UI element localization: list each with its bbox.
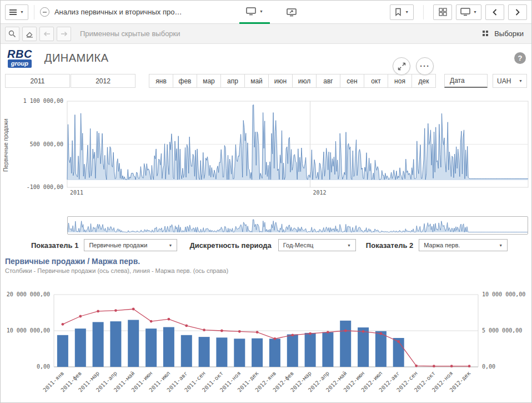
monitor-icon [460, 8, 470, 16]
chevron-down-icon: ▼ [259, 9, 263, 13]
step-back-icon [43, 31, 51, 37]
month-filter[interactable]: дек [411, 74, 436, 88]
navigator-plot[interactable] [68, 217, 528, 234]
indicator2-select[interactable]: Маржа перв. ▼ [419, 239, 508, 251]
svg-text:500 000,00: 500 000,00 [30, 141, 63, 147]
page-title: ДИНАМИКА [44, 52, 109, 64]
divider [423, 5, 424, 19]
search-icon [8, 30, 16, 38]
monitor-icon [246, 7, 256, 16]
chart-hover-buttons: ··· [393, 57, 434, 75]
selection-tools [5, 27, 71, 41]
month-filter[interactable]: июн [268, 74, 293, 88]
combo-chart-subtitle: Столбики - Первичные продажи (ось слева)… [5, 267, 527, 274]
month-filter[interactable]: июл [292, 74, 317, 88]
ellipsis-icon: ··· [420, 63, 430, 69]
period-select[interactable]: Год-Месяц ▼ [278, 239, 356, 251]
chevron-down-icon: ▼ [20, 10, 24, 14]
sheet-navigation: ▼ [239, 1, 304, 24]
timeline-plot[interactable]: 1 100 000,00500 000,00-100 000,002011201… [1, 93, 531, 212]
svg-text:0,00: 0,00 [482, 364, 495, 370]
help-button[interactable]: ? [514, 52, 526, 64]
svg-text:-100 000,00: -100 000,00 [27, 184, 63, 190]
step-back-button[interactable] [39, 27, 54, 41]
selections-tool-button[interactable]: Выборки [482, 29, 524, 38]
year-filter[interactable]: 2011 [5, 74, 70, 88]
month-filter[interactable]: мар [197, 74, 221, 88]
chevron-left-icon [492, 8, 498, 16]
presentation-button[interactable] [279, 1, 304, 24]
month-filters: янвфевмарапрмайиюниюлавгсеноктноядек [149, 74, 436, 88]
svg-text:5 000 000,00: 5 000 000,00 [482, 327, 522, 334]
sheets-grid-icon [439, 8, 447, 16]
indicator1-value: Первичные продажи [89, 242, 147, 248]
selections-bar: Применены скрытые выборки Выборки [1, 24, 531, 44]
combo-chart-panel: Первичные продажи / Маржа перв. Столбики… [5, 257, 527, 401]
month-filter[interactable]: окт [364, 74, 388, 88]
selections-message: Применены скрытые выборки [80, 29, 482, 38]
more-options-button[interactable]: ··· [416, 57, 434, 75]
app-info-icon[interactable] [40, 7, 49, 17]
combo-chart-title: Первичные продажи / Маржа перв. [5, 257, 527, 266]
current-sheet-button[interactable]: ▼ [239, 1, 270, 24]
rbc-group-logo: RBC group [7, 49, 32, 68]
view-mode-button[interactable]: ▼ [456, 4, 481, 20]
month-filter[interactable]: авг [316, 74, 340, 88]
selections-grid-icon [482, 30, 490, 38]
svg-text:10 000 000,00: 10 000 000,00 [7, 327, 50, 334]
svg-text:0,00: 0,00 [37, 364, 50, 370]
filter-row: 20112012 янвфевмарапрмайиюниюлавгсеноктн… [1, 73, 531, 88]
month-filter[interactable]: янв [149, 74, 173, 88]
hamburger-icon [9, 9, 17, 15]
chevron-down-icon: ▼ [347, 243, 351, 247]
period-value: Год-Месяц [283, 242, 313, 248]
logo-text: RBC [7, 49, 32, 59]
presentation-icon [287, 8, 297, 17]
currency-value: UAH [497, 77, 511, 85]
svg-text:20 000 000,00: 20 000 000,00 [7, 291, 50, 297]
date-field[interactable]: Дата [444, 74, 488, 88]
bookmark-icon [395, 8, 401, 16]
topbar-right-tools: ▼ ▼ [390, 4, 527, 20]
sheet-list-button[interactable] [433, 4, 452, 20]
timeline-y-axis-label: Первичные продажи [3, 108, 9, 182]
svg-text:2012: 2012 [313, 190, 326, 196]
svg-text:10 000 000,00: 10 000 000,00 [482, 291, 525, 297]
selection-search-button[interactable] [5, 27, 19, 41]
indicator2-value: Маржа перв. [424, 242, 460, 248]
expand-chart-button[interactable] [393, 57, 410, 75]
year-filter[interactable]: 2012 [71, 74, 135, 88]
sheet-header: RBC group ДИНАМИКА ? [1, 44, 531, 72]
chevron-down-icon: ▼ [519, 79, 523, 83]
combo-chart[interactable]: 20 000 000,0010 000 000,000,0010 000 000… [5, 278, 527, 401]
bookmark-button[interactable]: ▼ [390, 4, 414, 20]
app-title: Анализ первичных и вторичных про… [54, 8, 182, 16]
month-filter[interactable]: фев [173, 74, 197, 88]
eraser-icon [26, 30, 34, 38]
currency-select[interactable]: UAH ▼ [493, 74, 527, 88]
clear-selections-button[interactable] [22, 27, 37, 41]
expand-icon [398, 62, 406, 71]
year-filters: 20112012 [5, 74, 135, 88]
chevron-down-icon: ▼ [405, 10, 409, 14]
month-filter[interactable]: ноя [388, 74, 412, 88]
timeline-navigator[interactable] [67, 216, 528, 235]
measure-controls: Показатель 1 Первичные продажи ▼ Дискрет… [1, 238, 531, 252]
chevron-down-icon: ▼ [168, 243, 172, 247]
previous-sheet-button[interactable] [485, 4, 504, 20]
indicator1-select[interactable]: Первичные продажи ▼ [84, 239, 177, 251]
indicator2-label: Показатель 2 [366, 241, 413, 250]
top-toolbar: ▼ Анализ первичных и вторичных про… ▼ ▼ [1, 1, 531, 24]
combo-plot[interactable]: 20 000 000,0010 000 000,000,0010 000 000… [5, 278, 527, 401]
month-filter[interactable]: май [244, 74, 269, 88]
month-filter[interactable]: сен [340, 74, 364, 88]
chevron-down-icon: ▼ [473, 10, 477, 14]
step-forward-button[interactable] [57, 27, 71, 41]
next-sheet-button[interactable] [508, 4, 527, 20]
main-menu-button[interactable]: ▼ [5, 4, 28, 20]
timeline-chart[interactable]: Первичные продажи 1 100 000,00500 000,00… [1, 93, 531, 212]
month-filter[interactable]: апр [220, 74, 245, 88]
svg-text:2011: 2011 [70, 190, 83, 196]
indicator1-label: Показатель 1 [31, 241, 78, 250]
step-forward-icon [60, 31, 68, 37]
